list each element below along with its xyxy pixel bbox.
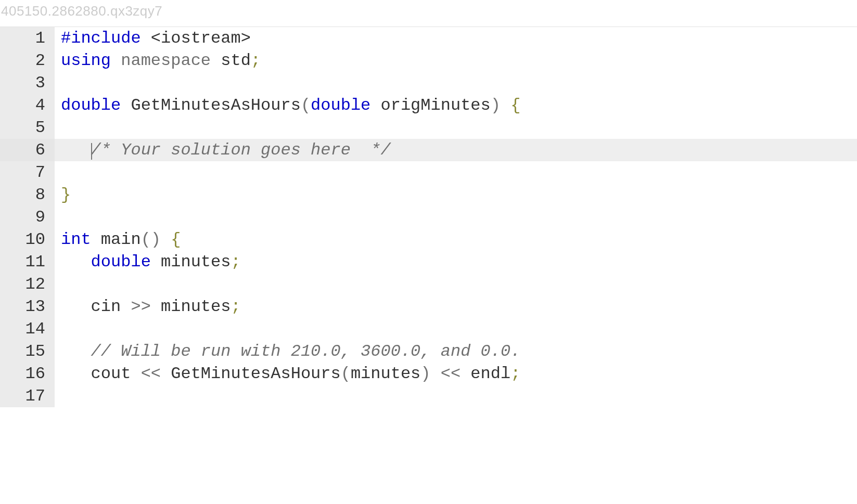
code-content: // Will be run with 210.0, 3600.0, and 0… <box>55 340 857 363</box>
code-content: #include <iostream> <box>55 27 857 49</box>
code-token: << <box>141 364 161 383</box>
code-token: ( <box>341 364 351 383</box>
code-token: minutes <box>161 297 231 316</box>
code-token: /* Your solution goes here */ <box>91 140 391 160</box>
code-content: double minutes; <box>55 251 857 273</box>
code-token: namespace <box>121 51 211 70</box>
code-line: 16 cout << GetMinutesAsHours(minutes) <<… <box>0 363 857 385</box>
code-token: // Will be run with 210.0, 3600.0, and 0… <box>91 342 521 361</box>
code-token <box>161 230 171 249</box>
code-token: >> <box>131 297 150 316</box>
code-token <box>431 364 441 383</box>
code-token <box>131 364 140 383</box>
code-token: std <box>221 51 251 70</box>
code-content: int main() { <box>55 228 857 251</box>
line-number: 10 <box>0 228 55 251</box>
code-content: cout << GetMinutesAsHours(minutes) << en… <box>55 363 857 385</box>
code-line: 17 <box>0 385 857 407</box>
code-token: cout <box>91 364 131 383</box>
code-token <box>370 96 380 115</box>
code-token: minutes <box>161 252 231 272</box>
code-token <box>61 252 91 272</box>
code-token <box>61 297 91 316</box>
code-line: 2using namespace std; <box>0 49 857 72</box>
code-token: } <box>61 185 71 204</box>
line-number: 15 <box>0 340 55 363</box>
code-line: 3 <box>0 72 857 94</box>
code-token: minutes <box>351 364 420 383</box>
code-content[interactable]: /* Your solution goes here */ <box>55 139 857 161</box>
line-number: 6 <box>0 139 55 161</box>
code-token <box>61 364 91 383</box>
line-number: 8 <box>0 184 55 206</box>
code-line[interactable]: 6 /* Your solution goes here */ <box>0 139 857 161</box>
code-content: using namespace std; <box>55 49 857 72</box>
code-content <box>55 318 857 340</box>
code-token <box>111 51 121 70</box>
code-token <box>61 140 91 160</box>
line-number: 1 <box>0 27 55 49</box>
code-token: main <box>101 230 141 249</box>
code-line: 14 <box>0 318 857 340</box>
code-content: cin >> minutes; <box>55 295 857 318</box>
code-token: double <box>91 252 151 272</box>
code-token: double <box>61 96 121 115</box>
code-editor[interactable]: 1#include <iostream>2using namespace std… <box>0 27 857 407</box>
line-number: 13 <box>0 295 55 318</box>
code-token: int <box>61 230 91 249</box>
code-token: endl <box>470 364 510 383</box>
code-content <box>55 117 857 139</box>
code-line: 15 // Will be run with 210.0, 3600.0, an… <box>0 340 857 363</box>
code-token <box>461 364 470 383</box>
line-number: 4 <box>0 94 55 117</box>
code-token: ; <box>251 51 261 70</box>
code-content <box>55 385 857 407</box>
code-token: origMinutes <box>381 96 491 115</box>
code-content <box>55 72 857 94</box>
code-content: double GetMinutesAsHours(double origMinu… <box>55 94 857 117</box>
code-token <box>501 96 510 115</box>
code-token: using <box>61 51 111 70</box>
line-number: 16 <box>0 363 55 385</box>
code-token <box>121 96 131 115</box>
line-number: 17 <box>0 385 55 407</box>
code-token <box>121 297 131 316</box>
line-number: 2 <box>0 49 55 72</box>
code-token: () <box>141 230 161 249</box>
line-number: 3 <box>0 72 55 94</box>
line-number: 7 <box>0 161 55 184</box>
code-token: ; <box>231 297 240 316</box>
code-token <box>91 230 101 249</box>
code-token: cin <box>91 297 121 316</box>
code-content <box>55 273 857 295</box>
code-token <box>211 51 221 70</box>
line-number: 12 <box>0 273 55 295</box>
code-token: ) <box>420 364 430 383</box>
code-token <box>161 364 171 383</box>
code-token: { <box>171 230 181 249</box>
code-line: 1#include <iostream> <box>0 27 857 49</box>
line-number: 14 <box>0 318 55 340</box>
code-token <box>141 29 151 48</box>
code-token <box>61 342 91 361</box>
code-content: } <box>55 184 857 206</box>
text-cursor <box>91 143 92 160</box>
code-token: #include <box>61 29 141 48</box>
code-token <box>151 252 161 272</box>
code-line: 8} <box>0 184 857 206</box>
code-token: { <box>510 96 520 115</box>
code-line: 13 cin >> minutes; <box>0 295 857 318</box>
code-token <box>151 297 161 316</box>
code-token: ; <box>231 252 240 272</box>
code-line: 5 <box>0 117 857 139</box>
line-number: 11 <box>0 251 55 273</box>
code-token: ) <box>491 96 501 115</box>
code-content <box>55 206 857 228</box>
activity-id: 405150.2862880.qx3zqy7 <box>0 0 857 27</box>
code-line: 4double GetMinutesAsHours(double origMin… <box>0 94 857 117</box>
code-token: ; <box>510 364 520 383</box>
code-line: 11 double minutes; <box>0 251 857 273</box>
code-line: 7 <box>0 161 857 184</box>
code-token: double <box>311 96 370 115</box>
code-line: 9 <box>0 206 857 228</box>
